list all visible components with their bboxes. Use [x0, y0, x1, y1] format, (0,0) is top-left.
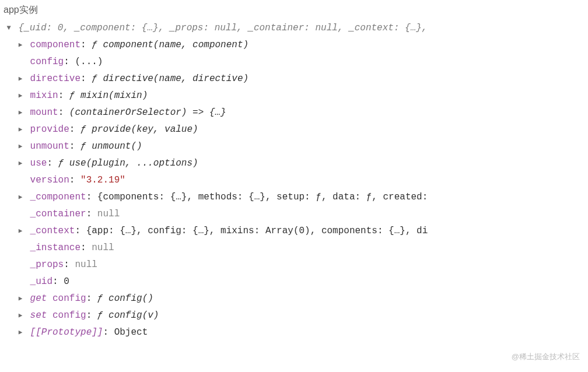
property-row: config: (...)	[2, 54, 588, 71]
expand-arrow-right-icon[interactable]: ▶	[16, 155, 24, 172]
property-key: provide	[30, 124, 69, 135]
expand-arrow-down-icon[interactable]: ▼	[5, 20, 13, 37]
property-row[interactable]: ▶ use: ƒ use(plugin, ...options)	[2, 155, 588, 172]
function-signature: (containerOrSelector) => {…}	[69, 107, 226, 118]
colon: :	[80, 73, 92, 84]
property-key: mixin	[30, 90, 58, 101]
function-signature: ƒ config()	[97, 293, 153, 304]
property-row[interactable]: ▶ unmount: ƒ unmount()	[2, 138, 588, 155]
colon: :	[58, 90, 69, 101]
expand-arrow-right-icon[interactable]: ▶	[16, 223, 24, 240]
property-row[interactable]: ▶ mixin: ƒ mixin(mixin)	[2, 87, 588, 104]
property-value-null: null	[75, 259, 97, 270]
property-row: version: "3.2.19"	[2, 172, 588, 189]
expand-arrow-right-icon[interactable]: ▶	[16, 87, 24, 104]
colon: :	[80, 243, 92, 253]
expand-arrow-right-icon[interactable]: ▶	[16, 37, 24, 54]
property-key: unmount	[30, 141, 69, 152]
property-key: _container	[30, 209, 86, 219]
colon: :	[86, 293, 97, 304]
property-row[interactable]: ▶ get config: ƒ config()	[2, 290, 588, 307]
colon: :	[64, 259, 75, 270]
property-row[interactable]: ▶ directive: ƒ directive(name, directive…	[2, 71, 588, 87]
property-row[interactable]: ▶ component: ƒ component(name, component…	[2, 37, 588, 54]
log-title: app实例	[2, 1, 588, 19]
property-key: config	[30, 57, 64, 67]
property-value-object: {app: {…}, config: {…}, mixins: Array(0)…	[86, 226, 428, 236]
function-signature: ƒ provide(key, value)	[80, 124, 198, 135]
property-row[interactable]: ▶ mount: (containerOrSelector) => {…}	[2, 104, 588, 121]
property-row: _container: null	[2, 206, 588, 223]
property-value-number: 0	[64, 276, 69, 287]
property-row: _props: null	[2, 257, 588, 273]
property-row: _instance: null	[2, 240, 588, 257]
colon: :	[103, 327, 114, 338]
colon: :	[69, 141, 80, 152]
colon: :	[47, 158, 58, 169]
colon: :	[52, 276, 64, 287]
expand-arrow-right-icon[interactable]: ▶	[16, 138, 24, 155]
property-key: _props	[30, 259, 64, 270]
property-value: Object	[114, 327, 148, 338]
expand-arrow-right-icon[interactable]: ▶	[16, 290, 24, 307]
colon: :	[80, 40, 92, 50]
expand-arrow-right-icon[interactable]: ▶	[16, 189, 24, 206]
property-key: get config	[30, 293, 86, 304]
object-header: {_uid: 0, _component: {…}, _props: null,…	[19, 23, 428, 33]
property-key: _instance	[30, 243, 80, 253]
expand-arrow-right-icon[interactable]: ▶	[16, 324, 24, 341]
property-row: _uid: 0	[2, 273, 588, 290]
expand-arrow-right-icon[interactable]: ▶	[16, 307, 24, 324]
colon: :	[75, 226, 86, 236]
property-key: use	[30, 158, 47, 169]
colon: :	[69, 124, 80, 135]
object-header-row[interactable]: ▼ {_uid: 0, _component: {…}, _props: nul…	[2, 20, 588, 37]
function-signature: ƒ directive(name, directive)	[92, 73, 249, 84]
property-row[interactable]: ▶ set config: ƒ config(v)	[2, 307, 588, 324]
colon: :	[86, 192, 97, 202]
property-key: _context	[30, 226, 75, 236]
property-value-null: null	[97, 209, 120, 219]
function-signature: ƒ config(v)	[97, 310, 159, 321]
colon: :	[64, 57, 75, 67]
function-signature: ƒ unmount()	[80, 141, 142, 152]
colon: :	[69, 175, 80, 185]
property-row[interactable]: ▶ [[Prototype]]: Object	[2, 324, 588, 341]
watermark: @稀土掘金技术社区	[512, 350, 580, 364]
colon: :	[58, 107, 69, 118]
property-row[interactable]: ▶ _context: {app: {…}, config: {…}, mixi…	[2, 223, 588, 240]
property-key: version	[30, 175, 69, 185]
expand-arrow-right-icon[interactable]: ▶	[16, 71, 24, 87]
property-key: _uid	[30, 276, 52, 287]
property-key: component	[30, 40, 80, 50]
property-row[interactable]: ▶ _component: {components: {…}, methods:…	[2, 189, 588, 206]
property-key: [[Prototype]]	[30, 327, 103, 338]
property-row[interactable]: ▶ provide: ƒ provide(key, value)	[2, 121, 588, 138]
function-signature: ƒ use(plugin, ...options)	[58, 158, 198, 169]
property-value-null: null	[92, 243, 114, 253]
property-key: mount	[30, 107, 58, 118]
property-key: set config	[30, 310, 86, 321]
expand-arrow-right-icon[interactable]: ▶	[16, 121, 24, 138]
expand-arrow-right-icon[interactable]: ▶	[16, 104, 24, 121]
property-value-string: "3.2.19"	[80, 175, 125, 185]
property-value: (...)	[75, 57, 103, 67]
property-value-object: {components: {…}, methods: {…}, setup: ƒ…	[97, 192, 428, 202]
function-signature: ƒ mixin(mixin)	[69, 90, 148, 101]
colon: :	[86, 209, 97, 219]
property-key: directive	[30, 73, 80, 84]
property-key: _component	[30, 192, 86, 202]
colon: :	[86, 310, 97, 321]
function-signature: ƒ component(name, component)	[92, 40, 249, 50]
